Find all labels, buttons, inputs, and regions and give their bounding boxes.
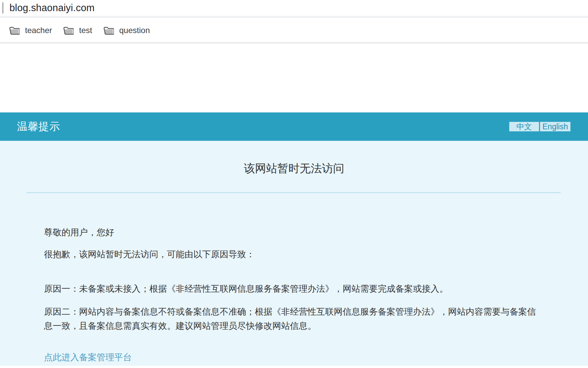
bookmark-label: teacher (25, 26, 52, 35)
folder-icon (103, 26, 114, 35)
bookmarks-bar: teacher test question (0, 18, 588, 43)
beian-platform-link[interactable]: 点此进入备案管理平台 (44, 351, 132, 363)
lang-chinese-button[interactable]: 中文 (509, 122, 539, 131)
bookmark-label: test (79, 26, 92, 35)
greeting-text: 尊敬的用户，您好 (44, 226, 542, 238)
page-title: 该网站暂时无法访问 (0, 161, 588, 176)
lang-english-button[interactable]: English (540, 122, 570, 131)
reason2-text: 原因二：网站内容与备案信息不符或备案信息不准确；根据《非经营性互联网信息服务备案… (44, 305, 542, 333)
bookmark-folder-test[interactable]: test (63, 26, 92, 35)
language-switch: 中文 English (509, 122, 570, 131)
bookmark-folder-teacher[interactable]: teacher (9, 26, 52, 35)
reason1-text: 原因一：未备案或未接入；根据《非经营性互联网信息服务备案管理办法》，网站需要完成… (44, 283, 542, 295)
folder-icon (9, 26, 20, 35)
apology-text: 很抱歉，该网站暂时无法访问，可能由以下原因导致： (44, 248, 542, 260)
notice-panel: 温馨提示 中文 English 该网站暂时无法访问 尊敬的用户，您好 很抱歉，该… (0, 112, 588, 366)
url-bar[interactable]: blog.shaonaiyi.com (0, 0, 588, 16)
url-text[interactable]: blog.shaonaiyi.com (9, 0, 95, 16)
bookmark-label: question (119, 26, 150, 35)
bookmark-folder-question[interactable]: question (103, 26, 150, 35)
notice-title: 温馨提示 (17, 112, 60, 141)
browser-window: blog.shaonaiyi.com teacher test question (0, 0, 588, 368)
folder-icon (63, 26, 74, 35)
notice-header: 温馨提示 中文 English (0, 112, 588, 141)
bookmarks-bar-divider (0, 43, 588, 43)
text-caret (2, 2, 3, 14)
heading-divider (26, 192, 561, 193)
